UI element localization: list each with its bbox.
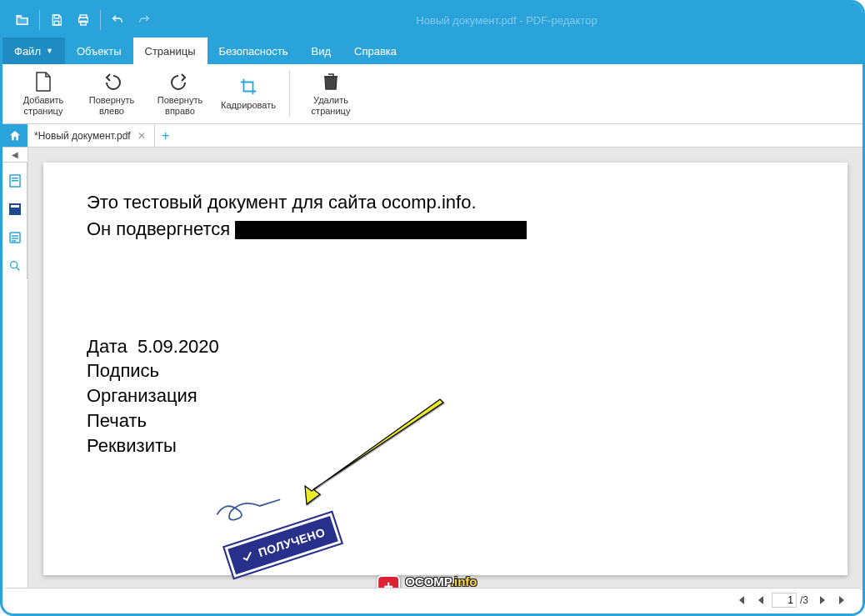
menu-file[interactable]: Файл ▼ — [2, 38, 65, 64]
document-page: Это тестовый документ для сайта ocomp.in… — [43, 163, 848, 575]
print-button[interactable] — [70, 7, 97, 33]
separator — [39, 10, 40, 30]
signature-label: Подпись — [87, 358, 804, 383]
delete-page-button[interactable]: Удалить страницу — [297, 68, 365, 120]
menu-objects[interactable]: Объекты — [65, 38, 133, 64]
rotate-left-button[interactable]: Повернуть влево — [78, 68, 146, 120]
rotate-right-label: Повернуть вправо — [148, 95, 212, 116]
page-total: /3 — [800, 594, 808, 606]
workspace: ◀ Это тестовый документ для сайта ocomp.… — [2, 148, 862, 590]
date-value: 5.09.2020 — [138, 336, 219, 357]
save-button[interactable] — [43, 7, 70, 33]
date-label: Дата — [87, 336, 128, 357]
comments-panel-button[interactable] — [4, 224, 26, 251]
add-page-button[interactable]: Добавить страницу — [9, 68, 78, 120]
menu-security[interactable]: Безопасность — [208, 38, 300, 64]
document-tab[interactable]: *Новый документ.pdf ✕ — [28, 124, 155, 147]
svg-rect-7 — [12, 180, 18, 182]
stamp-text: ПОЛУЧЕНО — [257, 525, 327, 559]
page-add-icon — [33, 72, 53, 92]
delete-page-label: Удалить страницу — [298, 95, 363, 116]
crop-icon — [238, 77, 258, 97]
menu-help[interactable]: Справка — [342, 38, 408, 64]
doc-fields: Дата 5.09.2020 Подпись Организация Печат… — [87, 334, 804, 458]
left-rail — [2, 163, 28, 279]
menu-pages[interactable]: Страницы — [133, 38, 208, 64]
page-number-input[interactable] — [772, 593, 797, 608]
crop-label: Кадрировать — [221, 100, 276, 111]
separator — [100, 10, 101, 30]
svg-rect-0 — [54, 15, 58, 18]
close-tab-button[interactable]: ✕ — [136, 130, 148, 142]
document-tab-label: *Новый документ.pdf — [34, 130, 131, 142]
next-page-button[interactable] — [813, 591, 832, 609]
add-page-label: Добавить страницу — [11, 95, 76, 116]
svg-rect-1 — [54, 21, 58, 25]
page-canvas[interactable]: Это тестовый документ для сайта ocomp.in… — [28, 148, 862, 590]
collapse-rail-button[interactable]: ◀ — [2, 148, 28, 163]
svg-rect-6 — [12, 178, 18, 179]
undo-button[interactable] — [104, 7, 131, 33]
titlebar: Новый документ.pdf - PDF-редактор — [2, 3, 862, 38]
window-title: Новый документ.pdf - PDF-редактор — [158, 14, 856, 27]
crop-button[interactable]: Кадрировать — [214, 68, 282, 120]
last-page-button[interactable] — [833, 591, 852, 609]
trash-icon — [321, 72, 341, 92]
open-button[interactable] — [9, 7, 36, 33]
separator — [289, 71, 290, 117]
first-page-button[interactable] — [732, 591, 750, 609]
doc-text-line1: Это тестовый документ для сайта ocomp.in… — [87, 192, 477, 213]
svg-rect-9 — [11, 205, 19, 208]
bookmarks-panel-button[interactable] — [4, 168, 26, 194]
prev-page-button[interactable] — [752, 591, 770, 609]
document-tabs: *Новый документ.pdf ✕ + — [2, 124, 862, 148]
signature-image — [209, 489, 287, 531]
rotate-left-icon — [102, 72, 122, 92]
menu-view[interactable]: Вид — [300, 38, 343, 64]
search-panel-button[interactable] — [4, 253, 26, 279]
stamp-field-label: Печать — [87, 408, 804, 433]
requisites-label: Реквизиты — [87, 433, 804, 458]
add-tab-button[interactable]: + — [155, 124, 177, 147]
rotate-right-button[interactable]: Повернуть вправо — [146, 68, 214, 120]
menu-file-label: Файл — [14, 45, 41, 58]
thumbnails-panel-button[interactable] — [4, 196, 26, 223]
toolbar: Добавить страницу Повернуть влево Поверн… — [2, 64, 862, 124]
redo-button[interactable] — [131, 7, 158, 33]
redacted-block — [235, 221, 527, 239]
rotate-left-label: Повернуть влево — [79, 95, 144, 116]
menubar: Файл ▼ Объекты Страницы Безопасность Вид… — [2, 38, 862, 64]
home-tab[interactable] — [2, 124, 28, 147]
svg-point-11 — [10, 262, 17, 268]
statusbar: /3 — [5, 588, 860, 611]
rotate-right-icon — [170, 72, 190, 92]
chevron-down-icon: ▼ — [46, 47, 53, 55]
organization-label: Организация — [87, 383, 804, 408]
doc-text-line2: Он подвергнется — [87, 218, 235, 239]
